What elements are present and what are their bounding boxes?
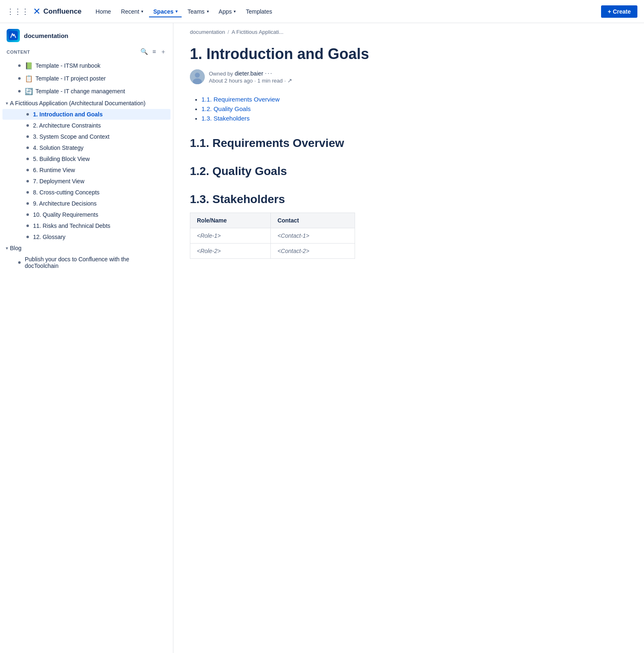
sidebar-item-itproject[interactable]: 📋 Template - IT project poster (2, 72, 170, 85)
filter-icon[interactable]: ≡ (152, 48, 156, 56)
table-row: <Role-2> <Contact-2> (190, 244, 355, 259)
system-scope-label: 3. System Scope and Context (33, 133, 109, 140)
read-time: 1 min read (257, 78, 282, 84)
itsm-label: Template - ITSM runbook (36, 62, 100, 69)
sidebar-group-fictitious[interactable]: ▾ A Fictitious Application (Architectura… (2, 98, 170, 109)
nav-spaces[interactable]: Spaces ▾ (149, 6, 182, 17)
content-section-title: CONTENT (7, 50, 30, 54)
chevron-down-icon: ▾ (6, 101, 8, 106)
sidebar-item-intro[interactable]: 1. Introduction and Goals (2, 109, 170, 120)
main-layout: documentation CONTENT 🔍 ≡ ＋ 📗 Template -… (0, 23, 644, 653)
sidebar-item-itsm[interactable]: 📗 Template - ITSM runbook (2, 59, 170, 72)
intro-label: 1. Introduction and Goals (33, 111, 103, 118)
confluence-logo-icon: ✕ (33, 6, 40, 17)
bullet-icon (26, 158, 29, 160)
fictitious-group-label: A Fictitious Application (Architectural … (10, 100, 145, 106)
grid-icon[interactable]: ⋮⋮⋮ (7, 7, 29, 16)
sidebar-item-arch-constraints[interactable]: 2. Architecture Constraints (2, 120, 170, 131)
sidebar-item-crosscutting[interactable]: 8. Cross-cutting Concepts (2, 187, 170, 198)
add-page-icon[interactable]: ＋ (160, 48, 166, 56)
toc-link-quality[interactable]: 1.2. Quality Goals (201, 105, 251, 112)
bullet-icon (26, 236, 29, 238)
sidebar-item-solution[interactable]: 4. Solution Strategy (2, 142, 170, 153)
bullet-icon (26, 202, 29, 205)
nav-templates[interactable]: Templates (242, 6, 276, 17)
confluence-logo[interactable]: ✕ Confluence (33, 6, 82, 17)
recent-caret: ▾ (141, 9, 143, 14)
page-meta: Owned by dieter.baier ··· About 2 hours … (190, 69, 627, 84)
sidebar-item-deployment[interactable]: 7. Deployment View (2, 176, 170, 187)
bullet-icon (26, 191, 29, 194)
section-heading-req: 1.1. Requirements Overview (190, 137, 627, 150)
space-header: documentation (0, 23, 173, 45)
trend-icon[interactable]: ↗ (287, 77, 292, 84)
nav-links: Home Recent ▾ Spaces ▾ Teams ▾ Apps ▾ Te… (92, 6, 601, 17)
meta-owner-line: Owned by dieter.baier ··· (209, 70, 292, 77)
owned-by-label: Owned by (209, 71, 233, 77)
itproject-label: Template - IT project poster (36, 75, 106, 82)
bullet-icon (26, 169, 29, 171)
crosscutting-label: 8. Cross-cutting Concepts (33, 189, 99, 196)
meta-time-line: About 2 hours ago · 1 min read · ↗ (209, 77, 292, 84)
arch-decisions-label: 9. Architecture Decisions (33, 200, 97, 207)
nav-apps[interactable]: Apps ▾ (215, 6, 240, 17)
arch-constraints-label: 2. Architecture Constraints (33, 122, 101, 129)
sidebar-item-glossary[interactable]: 12. Glossary (2, 232, 170, 242)
create-button[interactable]: + Create (601, 5, 637, 18)
bullet-icon (26, 180, 29, 182)
apps-caret: ▾ (234, 9, 236, 14)
nav-home[interactable]: Home (92, 6, 115, 17)
sidebar-item-building-block[interactable]: 5. Building Block View (2, 154, 170, 164)
toc-link-stakeholders[interactable]: 1.3. Stakeholders (201, 115, 250, 122)
sidebar-tree: 📗 Template - ITSM runbook 📋 Template - I… (0, 57, 173, 275)
sidebar-item-itchange[interactable]: 🔄 Template - IT change management (2, 85, 170, 97)
toc-item-stakeholders: 1.3. Stakeholders (201, 115, 627, 122)
chevron-down-icon: ▾ (6, 246, 8, 251)
bullet-icon (26, 124, 29, 127)
bullet-icon (18, 77, 21, 80)
breadcrumb-documentation[interactable]: documentation (190, 29, 225, 35)
table-header-row: Role/Name Contact (190, 213, 355, 228)
sidebar: documentation CONTENT 🔍 ≡ ＋ 📗 Template -… (0, 23, 173, 653)
top-navigation: ⋮⋮⋮ ✕ Confluence Home Recent ▾ Spaces ▾ … (0, 0, 644, 23)
sidebar-item-publish-docs[interactable]: Publish your docs to Confluence with the… (2, 254, 170, 271)
sidebar-group-blog[interactable]: ▾ Blog (2, 243, 170, 253)
nav-teams[interactable]: Teams ▾ (183, 6, 213, 17)
table-row: <Role-1> <Contact-1> (190, 228, 355, 244)
bullet-icon (18, 261, 21, 264)
avatar-image (190, 69, 205, 84)
sidebar-item-quality-req[interactable]: 10. Quality Requirements (2, 209, 170, 220)
owner-name: dieter.baier (234, 70, 263, 77)
sidebar-item-arch-decisions[interactable]: 9. Architecture Decisions (2, 198, 170, 209)
runtime-label: 6. Runtime View (33, 167, 75, 173)
meta-separator2: · (284, 78, 287, 84)
risks-label: 11. Risks and Technical Debts (33, 222, 110, 229)
sidebar-item-risks[interactable]: 11. Risks and Technical Debts (2, 220, 170, 231)
nav-recent[interactable]: Recent ▾ (117, 6, 147, 17)
bullet-icon (26, 113, 29, 116)
toc-item-quality: 1.2. Quality Goals (201, 105, 627, 112)
itproject-icon: 📋 (25, 74, 33, 83)
itchange-icon: 🔄 (25, 87, 33, 95)
content-section-header: CONTENT 🔍 ≡ ＋ (0, 45, 173, 57)
toc-link-req[interactable]: 1.1. Requirements Overview (201, 96, 279, 103)
section-heading-quality: 1.2. Quality Goals (190, 165, 627, 178)
bullet-icon (26, 213, 29, 216)
table-of-contents: 1.1. Requirements Overview 1.2. Quality … (190, 96, 627, 122)
more-options-button[interactable]: ··· (265, 70, 273, 77)
sidebar-item-runtime[interactable]: 6. Runtime View (2, 165, 170, 175)
breadcrumb-current: A Fictitious Applicati... (232, 29, 284, 35)
space-name[interactable]: documentation (24, 32, 69, 39)
sidebar-item-system-scope[interactable]: 3. System Scope and Context (2, 131, 170, 142)
space-icon (7, 29, 20, 42)
bullet-icon (18, 90, 21, 92)
content-body: 1. Introduction and Goals Owned by di (173, 38, 644, 275)
bullet-icon (26, 147, 29, 149)
col-header-contact: Contact (271, 213, 355, 228)
bullet-icon (18, 64, 21, 67)
contact-2: <Contact-2> (271, 244, 355, 259)
search-icon[interactable]: 🔍 (140, 48, 148, 56)
spaces-caret: ▾ (175, 9, 178, 14)
section-actions: 🔍 ≡ ＋ (140, 48, 166, 56)
bullet-icon (26, 135, 29, 138)
